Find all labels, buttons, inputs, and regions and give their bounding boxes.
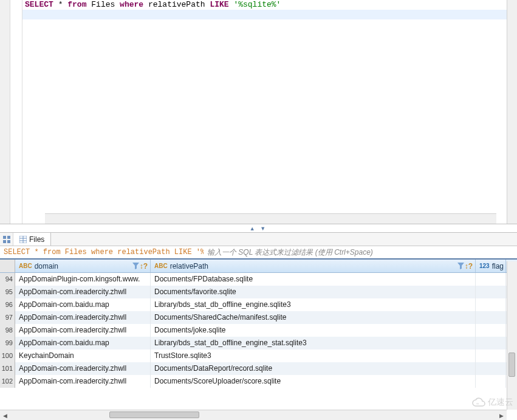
column-header-domain[interactable]: ABC domain ↕? (15, 260, 151, 272)
column-header-relativepath[interactable]: ABC relativePath ↕? (151, 260, 476, 272)
editor-vscrollbar[interactable] (507, 0, 517, 224)
table-row[interactable]: 101AppDomain-com.ireadercity.zhwllDocume… (0, 362, 517, 375)
row-number: 94 (0, 273, 15, 286)
editor-ruler (10, 0, 22, 224)
column-label: relativePath (170, 262, 208, 270)
cell-relativepath[interactable]: Documents/joke.sqlite (151, 324, 476, 337)
cell-domain[interactable]: AppDomain-com.ireadercity.zhwll (15, 362, 151, 375)
grid-icon (3, 236, 10, 243)
cell-flag[interactable] (476, 375, 506, 388)
cell-flag[interactable] (476, 337, 506, 349)
table-row[interactable]: 94AppDomainPlugin-com.kingsoft.www.Docum… (0, 273, 517, 286)
row-number: 99 (0, 337, 15, 349)
rownum-header (0, 260, 15, 272)
column-filtersort[interactable]: ↕? (132, 262, 148, 270)
hscroll-right-arrow[interactable]: ▶ (496, 410, 507, 420)
grid-hscrollbar[interactable]: ◀ ▶ (0, 410, 507, 420)
column-label: domain (35, 262, 58, 270)
cell-domain[interactable]: AppDomain-com.ireadercity.zhwll (15, 324, 151, 337)
sql-status-bar: SELECT * from Files where relativePath L… (0, 246, 517, 260)
column-filtersort[interactable]: ↕? (457, 262, 473, 270)
column-label: flag (492, 262, 504, 270)
table-row[interactable]: 102AppDomain-com.ireadercity.zhwllDocume… (0, 375, 517, 388)
code-area[interactable]: SELECT * from Files where relativePath L… (22, 0, 507, 224)
table-row[interactable]: 100KeychainDomainTrustStore.sqlite3 (0, 349, 517, 362)
sort-indicator: ↕? (465, 262, 473, 270)
sash-panel-toggle[interactable]: ▲ ▼ (0, 224, 517, 233)
column-header-flag[interactable]: 123 flag (476, 260, 506, 272)
cell-flag[interactable] (476, 362, 506, 375)
cell-flag[interactable] (476, 286, 506, 298)
cell-relativepath[interactable]: TrustStore.sqlite3 (151, 349, 476, 362)
row-number: 97 (0, 311, 15, 324)
cell-flag[interactable] (476, 311, 506, 324)
row-number: 102 (0, 375, 15, 388)
cell-domain[interactable]: AppDomain-com.baidu.map (15, 337, 151, 349)
row-number: 100 (0, 349, 15, 362)
type-abc-icon: ABC (154, 263, 168, 269)
cell-relativepath[interactable]: Documents/DataReport/record.sqlite (151, 362, 476, 375)
cell-relativepath[interactable]: Documents/ScoreUploader/score.sqlite (151, 375, 476, 388)
cell-domain[interactable]: AppDomain-com.ireadercity.zhwll (15, 375, 151, 388)
cell-domain[interactable]: AppDomain-com.ireadercity.zhwll (15, 311, 151, 324)
cloud-icon: ∞ (472, 398, 485, 407)
grid-body: 94AppDomainPlugin-com.kingsoft.www.Docum… (0, 273, 517, 388)
cell-domain[interactable]: AppDomainPlugin-com.kingsoft.www. (15, 273, 151, 286)
svg-rect-0 (3, 236, 6, 239)
result-tabs: Files (0, 233, 517, 246)
vscroll-thumb[interactable] (508, 353, 515, 377)
cell-flag[interactable] (476, 298, 506, 311)
funnel-icon (132, 263, 139, 269)
table-icon (19, 236, 27, 243)
cell-flag[interactable] (476, 324, 506, 337)
svg-rect-2 (3, 240, 6, 243)
sql-line[interactable]: SELECT * from Files where relativePath L… (22, 0, 507, 10)
tab-label: Files (29, 235, 44, 244)
sql-cursor-line[interactable] (22, 10, 507, 19)
editor-hscrollbar[interactable] (45, 213, 496, 224)
type-123-icon: 123 (479, 263, 490, 269)
cell-domain[interactable]: AppDomain-com.baidu.map (15, 298, 151, 311)
table-row[interactable]: 98AppDomain-com.ireadercity.zhwllDocumen… (0, 324, 517, 337)
table-row[interactable]: 96AppDomain-com.baidu.mapLibrary/bds_sta… (0, 298, 517, 311)
cell-relativepath[interactable]: Documents/SharedCache/manifest.sqlite (151, 311, 476, 324)
hscroll-thumb[interactable] (109, 411, 199, 418)
tab-toggle-button[interactable] (0, 233, 13, 246)
svg-rect-1 (7, 236, 10, 239)
row-number: 96 (0, 298, 15, 311)
cell-domain[interactable]: KeychainDomain (15, 349, 151, 362)
filter-input-placeholder[interactable]: 输入一个 SQL 表达式来过滤结果 (使用 Ctrl+Space) (204, 247, 373, 258)
sort-indicator: ↕? (140, 262, 148, 270)
table-row[interactable]: 97AppDomain-com.ireadercity.zhwllDocumen… (0, 311, 517, 324)
type-abc-icon: ABC (19, 263, 32, 269)
row-number: 98 (0, 324, 15, 337)
cell-relativepath[interactable]: Library/bds_stat_db_offline_engine_stat.… (151, 337, 476, 349)
grid-vscrollbar[interactable] (507, 261, 517, 410)
sash-arrow-icon: ▲ ▼ (250, 225, 267, 232)
cell-relativepath[interactable]: Library/bds_stat_db_offline_engine.sqlit… (151, 298, 476, 311)
row-number: 95 (0, 286, 15, 298)
grid-header: ABC domain ↕? ABC relativePath ↕? 123 fl… (0, 260, 517, 273)
sql-editor[interactable]: SELECT * from Files where relativePath L… (0, 0, 517, 224)
cell-relativepath[interactable]: Documents/favorite.sqlite (151, 286, 476, 298)
status-sql-text: SELECT * from Files where relativePath L… (4, 248, 204, 256)
hscroll-left-arrow[interactable]: ◀ (0, 410, 10, 420)
cell-domain[interactable]: AppDomain-com.ireadercity.zhwll (15, 286, 151, 298)
row-number: 101 (0, 362, 15, 375)
table-row[interactable]: 99AppDomain-com.baidu.mapLibrary/bds_sta… (0, 337, 517, 349)
svg-text:∞: ∞ (476, 402, 479, 405)
svg-rect-3 (7, 240, 10, 243)
funnel-icon (457, 263, 464, 269)
cell-flag[interactable] (476, 349, 506, 362)
editor-gutter (0, 0, 10, 224)
tab-files[interactable]: Files (13, 233, 51, 246)
table-row[interactable]: 95AppDomain-com.ireadercity.zhwllDocumen… (0, 286, 517, 298)
cell-relativepath[interactable]: Documents/FPDatabase.sqlite (151, 273, 476, 286)
cell-flag[interactable] (476, 273, 506, 286)
